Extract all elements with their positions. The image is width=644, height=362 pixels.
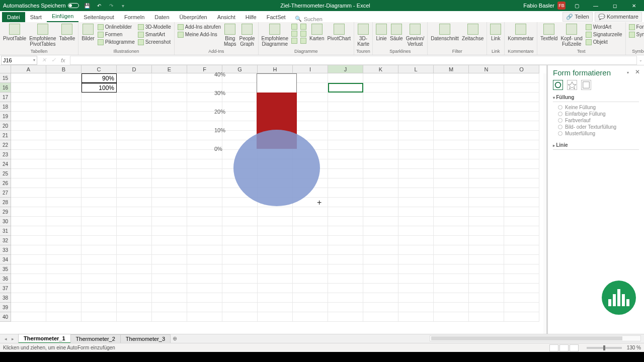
sparkline-line-button[interactable]: Linie [375,23,388,41]
autosave-toggle[interactable]: Automatisches Speichern [3,3,79,9]
row-header-36[interactable]: 36 [0,274,11,284]
row-header-31[interactable]: 31 [0,226,11,236]
chart-type-6[interactable] [299,37,307,44]
fill-option-3[interactable]: Bild- oder Texturfüllung [558,124,639,130]
comments-button[interactable]: 💬 Kommentare [595,12,642,22]
tab-help[interactable]: Hilfe [240,12,262,22]
row-header-18[interactable]: 18 [0,102,11,112]
enter-formula-icon[interactable]: ✓ [50,57,57,63]
smartart-button[interactable]: SmartArt [137,31,172,38]
pane-tab-effects[interactable] [567,80,577,90]
comment-button[interactable]: Kommentar [507,23,535,41]
name-box[interactable]: J16▾ [1,56,37,65]
fx-icon[interactable]: fx [59,57,67,63]
pictures-button[interactable]: Bilder [80,23,96,41]
shapes-button[interactable]: Formen [97,31,136,38]
tab-factset[interactable]: FactSet [262,12,291,22]
redo-icon[interactable]: ↷ [107,2,115,10]
column-header-O[interactable]: O [504,65,539,73]
column-header-D[interactable]: D [117,65,152,73]
table-button[interactable]: Tabelle [58,23,76,41]
row-header-32[interactable]: 32 [0,236,11,245]
chart-bulb-shape[interactable] [233,130,320,206]
textbox-button[interactable]: Textfeld [539,23,558,41]
tab-insert[interactable]: Einfügen [47,11,78,22]
section-fill[interactable]: Füllung [553,93,639,102]
maps-button[interactable]: Karten [308,23,325,41]
chart-type-4[interactable] [299,23,307,30]
tab-data[interactable]: Daten [149,12,174,22]
sparkline-winloss-button[interactable]: Gewinn/ Verlust [405,23,426,47]
view-normal-button[interactable] [549,344,558,351]
cancel-formula-icon[interactable]: ✕ [40,57,48,63]
pane-close-icon[interactable]: ✕ [635,68,640,75]
tab-view[interactable]: Ansicht [212,12,240,22]
close-icon[interactable]: ✕ [626,0,642,11]
row-header-33[interactable]: 33 [0,245,11,255]
row-header-22[interactable]: 22 [0,140,11,150]
symbol-button[interactable]: Symbol [628,31,644,38]
maximize-icon[interactable]: ◻ [607,0,623,11]
pane-tab-fill-line[interactable] [553,80,563,90]
row-header-26[interactable]: 26 [0,178,11,188]
row-header-35[interactable]: 35 [0,264,11,274]
row-header-16[interactable]: 16 [0,83,11,93]
chart-type-3[interactable] [290,37,298,44]
get-addins-button[interactable]: Add-Ins abrufen [177,23,222,31]
recommended-pivot-button[interactable]: Empfohlene PivotTables [28,23,57,47]
column-header-I[interactable]: I [293,65,328,73]
column-header-G[interactable]: G [222,65,258,73]
column-header-H[interactable]: H [258,65,293,73]
view-pagebreak-button[interactable] [570,344,579,351]
row-header-20[interactable]: 20 [0,121,11,131]
fill-option-4[interactable]: Musterfüllung [558,130,639,137]
expand-formula-icon[interactable]: ⌄ [637,58,644,62]
row-header-24[interactable]: 24 [0,159,11,169]
column-header-L[interactable]: L [398,65,434,73]
view-pagelayout-button[interactable] [559,344,569,351]
tab-review[interactable]: Überprüfen [175,12,212,22]
row-header-21[interactable]: 21 [0,131,11,140]
sparkline-column-button[interactable]: Säule [389,23,404,41]
zoom-value[interactable]: 130 % [627,345,641,350]
column-header-K[interactable]: K [363,65,398,73]
row-header-40[interactable]: 40 [0,312,11,322]
people-graph-button[interactable]: People Graph [238,23,256,47]
row-header-27[interactable]: 27 [0,188,11,198]
chart-type-1[interactable] [290,23,298,30]
section-line[interactable]: Linie [553,141,639,150]
column-header-M[interactable]: M [434,65,469,73]
pivottable-button[interactable]: PivotTable [2,23,27,41]
equation-button[interactable]: Formel [628,23,644,31]
fill-option-1[interactable]: Einfarbige Füllung [558,111,639,117]
sheet-tab-3[interactable]: Thermometer_3 [120,334,171,343]
column-header-B[interactable]: B [46,65,82,73]
screenshot-button[interactable]: Screenshot [137,38,172,46]
pivotchart-button[interactable]: PivotChart [326,23,352,41]
tab-formulas[interactable]: Formeln [119,12,149,22]
user-badge[interactable]: FB [557,2,566,10]
tab-start[interactable]: Start [25,12,47,22]
qat-customize-icon[interactable]: ▾ [119,2,127,10]
save-icon[interactable]: 💾 [83,2,91,10]
row-header-19[interactable]: 19 [0,112,11,121]
row-header-23[interactable]: 23 [0,150,11,159]
fill-option-2[interactable]: Farbverlauf [558,117,639,124]
row-header-25[interactable]: 25 [0,169,11,178]
chart-type-2[interactable] [290,30,298,37]
signature-button[interactable]: Signaturzeile [585,31,623,38]
cell-c15[interactable]: 90% [82,73,117,83]
link-button[interactable]: Link [489,23,502,41]
column-header-N[interactable]: N [469,65,504,73]
3d-map-button[interactable]: 3D- Karte [356,23,370,47]
sheet-nav-last-icon[interactable]: ▸ [9,336,16,341]
sheet-tab-2[interactable]: Thermometer_2 [70,334,121,343]
timeline-button[interactable]: Zeitachse [461,23,485,41]
recommended-charts-button[interactable]: Empfohlene Diagramme [261,23,289,47]
vertical-scrollbar[interactable] [543,73,546,334]
fill-option-0[interactable]: Keine Füllung [558,104,639,111]
row-header-37[interactable]: 37 [0,284,11,293]
pane-tab-size[interactable] [581,80,591,90]
row-header-29[interactable]: 29 [0,207,11,217]
sheet-nav-first-icon[interactable]: ◂ [2,336,9,341]
